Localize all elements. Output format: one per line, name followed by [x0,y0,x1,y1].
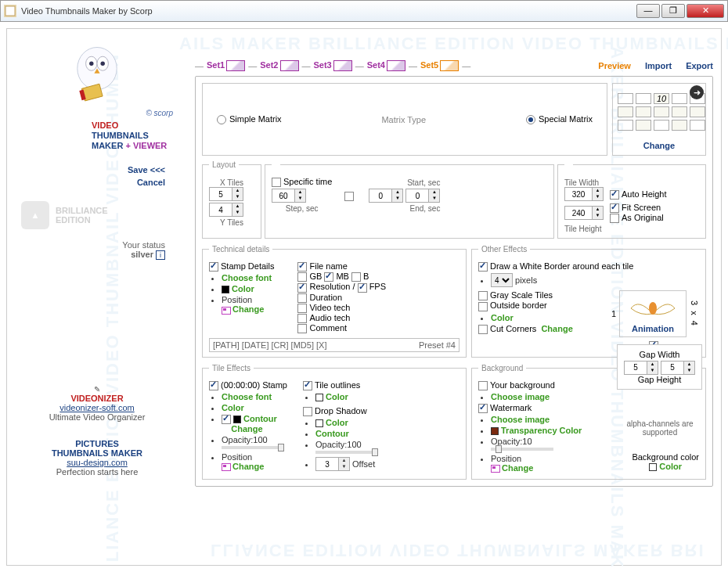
white-border-check[interactable] [478,262,488,272]
watermark-check[interactable] [478,404,488,413]
simple-matrix-radio[interactable]: Simple Matrix [217,114,282,124]
videotech-check[interactable] [297,304,307,313]
import-button[interactable]: Import [645,61,672,70]
special-matrix-radio[interactable]: Special Matrix [526,114,593,124]
border-px-select[interactable]: 4 [491,273,513,287]
info-icon[interactable]: i [156,250,165,260]
watermark-text: AILS MAKER BRILLIANCE EDITION VIDEO THUM… [179,34,728,54]
promo-ptm: PICTURES THUMBNAILS MAKER suu-design.com… [21,439,173,477]
save-button[interactable]: Save <<< [21,165,165,174]
color-swatch[interactable] [222,286,229,293]
wm-pos-change[interactable]: Change [502,463,533,473]
link-check[interactable] [344,192,354,201]
change-position-link[interactable]: Change [232,304,264,314]
window-title: Video Thumbnails Maker by Scorp [21,6,636,16]
position-icon[interactable] [491,465,500,473]
outside-border-check[interactable] [478,302,488,311]
outline-color-link[interactable]: Color [326,392,348,401]
close-button[interactable]: ✕ [687,4,724,18]
start-spinner[interactable]: ▲▼ [369,189,403,203]
matrix-grid-preview: 10 [618,93,705,133]
specific-time-check[interactable] [272,178,281,187]
your-bg-check[interactable] [478,381,488,390]
transp-swatch[interactable] [491,427,499,435]
minimize-button[interactable]: — [636,4,660,18]
audiotech-check[interactable] [297,314,307,323]
ts-contour-change[interactable]: Change [231,424,262,433]
step-spinner[interactable]: ▲▼ [272,189,306,203]
tab-set2[interactable]: Set2 [258,60,300,71]
position-icon[interactable] [222,307,231,315]
tileheight-spinner[interactable]: ▲▼ [564,206,604,220]
gapw-spinner[interactable]: ▲▼ [624,361,658,375]
matrix-type-label: Matrix Type [282,115,526,124]
duration-check[interactable] [297,293,307,303]
grayscale-check[interactable] [478,291,488,300]
expand-arrow-icon[interactable]: ➜ [690,85,704,99]
shadow-contour-link[interactable]: Contour [315,429,349,438]
cut-change-link[interactable]: Change [541,324,572,333]
ts-pos-change[interactable]: Change [232,462,264,471]
filename-check[interactable] [297,262,307,272]
transp-color-link[interactable]: Transparency Color [501,426,582,435]
bgcolor-link[interactable]: Color [659,462,682,471]
gaph-spinner[interactable]: ▲▼ [661,361,695,375]
contour-swatch[interactable] [233,416,241,423]
xtiles-spinner[interactable]: ▲▼ [209,187,243,201]
dropshadow-check[interactable] [303,407,312,416]
main-panel: — Set1— Set2— Set3— Set4— Set5— Preview … [195,60,713,557]
fps-check[interactable] [358,283,367,293]
shadow-opacity-slider[interactable] [315,451,378,454]
shadow-color-link[interactable]: Color [326,418,348,427]
wm-opacity-slider[interactable] [491,448,553,451]
tab-set4[interactable]: Set4 [366,60,407,71]
ts-contour-link[interactable]: Contour [243,414,277,423]
ts-contour-check[interactable] [222,415,231,424]
animation-box: Animation [619,290,687,337]
autoheight-check[interactable] [610,190,619,200]
copyright: © scorp [21,109,173,117]
outlines-check[interactable] [303,381,312,390]
ts-opacity-slider[interactable] [222,446,284,449]
choose-font-link[interactable]: Choose font [222,273,272,282]
tab-set5[interactable]: Set5 [419,60,460,71]
ytiles-spinner[interactable]: ▲▼ [209,203,243,217]
outline-swatch[interactable] [315,394,323,401]
preset-tabs: — Set1— Set2— Set3— Set4— Set5— Preview … [195,60,713,71]
end-spinner[interactable]: ▲▼ [405,189,440,203]
offset-spinner[interactable]: ▲▼ [315,457,350,471]
videonizer-link[interactable]: videonizer-soft.com [21,403,173,412]
mb-check[interactable] [324,272,333,282]
preview-button[interactable]: Preview [598,61,631,70]
tab-set3[interactable]: Set3 [312,60,354,71]
ts-color-link[interactable]: Color [222,403,244,412]
promo-videonizer: ✎ VIDEONIZER videonizer-soft.com Ultimat… [21,385,173,422]
outside-color-link[interactable]: Color [491,313,514,322]
ts-font-link[interactable]: Choose font [222,392,272,401]
sidebar: © scorp VIDEO THUMBNAILS MAKER + VIEWER … [7,29,187,565]
bgcolor-swatch[interactable] [649,463,657,471]
fitscreen-check[interactable] [610,203,619,213]
comment-check[interactable] [297,324,307,333]
preset-bar[interactable]: [PATH] [DATE] [CR] [MD5] [X]Preset #4 [209,338,460,352]
bg-choose-image[interactable]: Choose image [491,392,550,401]
suu-link[interactable]: suu-design.com [21,458,173,467]
animation-link[interactable]: Animation [623,324,683,333]
color-link[interactable]: Color [232,284,254,293]
cutcorners-check[interactable] [478,325,488,334]
time-stamp-check[interactable] [209,381,218,390]
tab-set1[interactable]: Set1 [205,60,247,71]
wm-choose-image[interactable]: Choose image [491,415,550,424]
maximize-button[interactable]: ❐ [661,4,685,18]
bg-color-block: Background color Color [632,452,699,471]
app-icon [4,5,16,17]
export-button[interactable]: Export [686,61,713,70]
cancel-button[interactable]: Cancel [21,178,165,187]
resolution-check[interactable] [297,283,307,293]
position-icon[interactable] [222,463,231,471]
stamp-details-check[interactable] [209,262,218,272]
shadow-swatch[interactable] [315,419,323,427]
matrix-change-button[interactable]: Change [618,141,701,150]
tilewidth-spinner[interactable]: ▲▼ [564,187,604,201]
asoriginal-check[interactable] [610,214,619,223]
